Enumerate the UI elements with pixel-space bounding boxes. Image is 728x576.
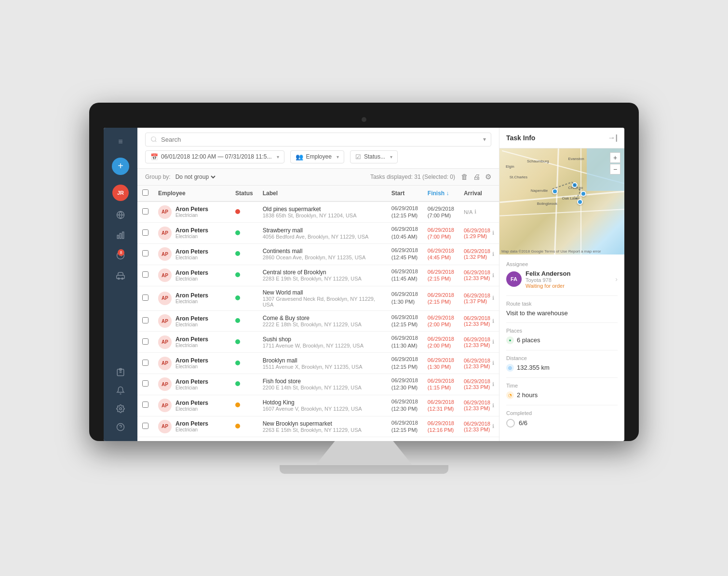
add-button[interactable]: + <box>112 158 129 175</box>
arrival-info-icon[interactable]: ℹ <box>492 339 494 345</box>
select-all-checkbox[interactable] <box>142 189 148 196</box>
table-row[interactable]: AP Aron Peters Electrician New World mal… <box>137 286 499 310</box>
employee-name: Aron Peters <box>175 400 208 406</box>
row-status <box>230 395 258 416</box>
table-row[interactable]: AP Aron Peters Electrician Hotdog King 1… <box>137 395 499 416</box>
user-avatar[interactable]: JR <box>112 185 129 201</box>
places-value: 6 places <box>517 336 540 344</box>
map-container: Elgin Schaumburg Evanston St.Charles Nap… <box>499 148 624 255</box>
row-status <box>230 416 258 437</box>
task-info-panel: Task Info →| Elgin Schaumburg <box>499 128 624 441</box>
arrival-info-icon[interactable]: ℹ <box>492 230 494 236</box>
row-checkbox[interactable] <box>142 250 148 256</box>
table-row[interactable]: AP Aron Peters Electrician Brooklyn mall… <box>137 353 499 374</box>
sidebar-icon-settings[interactable] <box>112 401 129 417</box>
map-zoom-out[interactable]: − <box>610 164 620 174</box>
label-name: Come & Buy store <box>263 315 382 321</box>
sidebar-icon-chart[interactable] <box>112 227 129 243</box>
status-filter[interactable]: ☑ Status... ▾ <box>350 150 398 163</box>
time-row: Time ◔ 2 hours <box>506 383 618 399</box>
sidebar-icon-globe[interactable] <box>112 207 129 223</box>
distance-value-row: ◎ 132.355 km <box>506 364 618 372</box>
arrival-time: 06/29/2018(1:32 PM) <box>464 248 490 260</box>
table-row[interactable]: AP Aron Peters Electrician Come & Buy st… <box>137 310 499 332</box>
table-row[interactable]: AP Aron Peters Electrician New Brooklyn … <box>137 416 499 437</box>
assignee-details: Felix Anderson Toyota 978 Waiting for or… <box>526 270 570 289</box>
row-checkbox[interactable] <box>142 423 148 429</box>
row-checkbox[interactable] <box>142 229 148 236</box>
sidebar-icon-help[interactable] <box>112 419 129 435</box>
table-row[interactable]: AP Aron Peters Electrician Continents ma… <box>137 244 499 265</box>
employee-name: Aron Peters <box>175 336 208 343</box>
employee-role: Electrician <box>175 343 208 348</box>
row-checkbox[interactable] <box>142 271 148 278</box>
sidebar-icon-car[interactable] <box>112 268 129 284</box>
settings-button[interactable]: ⚙ <box>485 173 491 181</box>
sidebar-icon-clock[interactable]: 8 <box>112 247 129 264</box>
places-row: Places ● 6 places <box>506 328 618 344</box>
arrival-info-icon[interactable]: ℹ <box>492 402 494 409</box>
divider-3 <box>506 350 618 350</box>
employee-role: Electrician <box>175 385 208 390</box>
arrival-info-icon[interactable]: ℹ <box>492 360 494 366</box>
sidebar-icon-bell[interactable] <box>112 382 129 399</box>
row-checkbox[interactable] <box>142 360 148 366</box>
assignee-vehicle: Toyota 978 <box>526 277 570 283</box>
label-addr: 2860 Ocean Ave, Brooklyn, NY 11235, USA <box>263 255 382 260</box>
row-employee: AP Aron Peters Electrician <box>153 395 230 416</box>
row-checkbox[interactable] <box>142 380 148 387</box>
arrival-time: 06/29/2018(12:33 PM) <box>464 400 490 411</box>
employee-filter[interactable]: 👥 Employee ▾ <box>290 150 344 163</box>
date-filter[interactable]: 📅 06/01/2018 12:00 AM — 07/31/2018 11:5.… <box>145 150 284 163</box>
table-row[interactable]: AP Aron Peters Electrician Sushi shop 17… <box>137 332 499 353</box>
search-input[interactable] <box>161 136 483 143</box>
row-status <box>230 437 258 441</box>
group-by-select[interactable]: Do not group <box>174 173 217 181</box>
svg-point-13 <box>120 407 122 410</box>
delete-button[interactable]: 🗑 <box>461 173 468 181</box>
arrival-info-icon[interactable]: ℹ <box>474 209 476 215</box>
table-row[interactable]: GC Giles Cunningham Giles Serenity Mall … <box>137 437 499 441</box>
row-checkbox[interactable] <box>142 317 148 323</box>
label-addr: 1838 65th St, Brooklyn, NY 11204, USA <box>263 213 382 218</box>
arrival-info-icon[interactable]: ℹ <box>492 318 494 324</box>
table-row[interactable]: AP Aron Peters Electrician Old pines sup… <box>137 201 499 223</box>
row-status <box>230 223 258 244</box>
table-row[interactable]: AP Aron Peters Electrician Strawberry ma… <box>137 223 499 244</box>
label-addr: 1511 Avenue X, Brooklyn, NY 11235, USA <box>263 364 382 370</box>
panel-close-button[interactable]: →| <box>608 134 618 142</box>
row-arrival: 06/29/2018(1:37 PM) ℹ <box>459 286 499 310</box>
arrival-info-icon[interactable]: ℹ <box>492 423 494 429</box>
arrival-time: 06/29/2018(12:33 PM) <box>464 269 490 281</box>
status-dot <box>235 272 240 277</box>
arrival-info-icon[interactable]: ℹ <box>492 381 494 388</box>
print-button[interactable]: 🖨 <box>473 173 480 181</box>
arrival-info-icon[interactable]: ℹ <box>492 295 494 301</box>
divider-2 <box>506 322 618 323</box>
employee-name: Aron Peters <box>175 357 208 364</box>
row-checkbox[interactable] <box>142 295 148 301</box>
sidebar-icon-clipboard[interactable] <box>112 364 129 380</box>
table-row[interactable]: AP Aron Peters Electrician Fish food sto… <box>137 374 499 395</box>
employee-name: Aron Peters <box>175 315 208 322</box>
status-dot <box>235 402 240 407</box>
row-checkbox[interactable] <box>142 402 148 408</box>
employee-role: Electrician <box>175 255 208 260</box>
map-label-elgin: Elgin <box>506 164 514 169</box>
row-checkbox[interactable] <box>142 208 148 214</box>
finish-time: 06/29/2018(2:00 PM) <box>428 336 454 348</box>
assignee-expand[interactable]: › <box>615 275 618 283</box>
map-zoom-in[interactable]: + <box>610 152 620 163</box>
table-row[interactable]: AP Aron Peters Electrician Central store… <box>137 265 499 286</box>
label-name: Old pines supermarket <box>263 206 382 213</box>
row-checkbox[interactable] <box>142 338 148 345</box>
search-dropdown-arrow[interactable]: ▾ <box>483 136 486 143</box>
arrival-info-icon[interactable]: ℹ <box>492 272 494 279</box>
search-bar[interactable]: ▾ <box>145 133 491 147</box>
arrival-info-icon[interactable]: ℹ <box>492 251 494 257</box>
map-attribution: Map data ©2018 Google Terms of Use Repor… <box>501 249 601 254</box>
map-label-evanston: Evanston <box>568 157 584 161</box>
hamburger-button[interactable]: ≡ <box>114 134 126 150</box>
row-finish: 06/29/2018(12:16 PM) <box>423 416 459 437</box>
row-checkbox-cell <box>137 395 153 416</box>
